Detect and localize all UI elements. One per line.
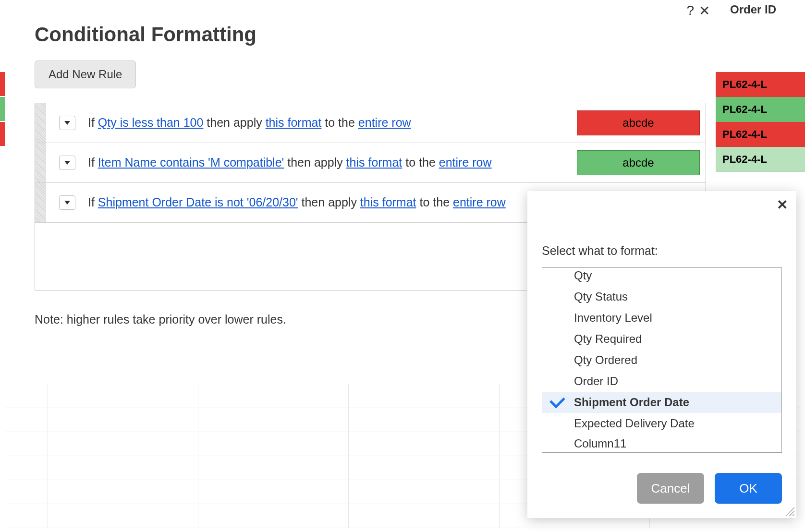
drag-handle-icon[interactable]: [35, 103, 46, 143]
rule-menu-dropdown[interactable]: [59, 156, 75, 170]
list-item[interactable]: Qty Status: [542, 286, 781, 307]
list-item[interactable]: Inventory Level: [542, 307, 781, 328]
add-new-rule-button[interactable]: Add New Rule: [35, 60, 136, 88]
list-item[interactable]: Order ID: [542, 371, 781, 392]
rule-condition-link[interactable]: Shipment Order Date is not '06/20/30': [98, 195, 298, 209]
cancel-button[interactable]: Cancel: [637, 473, 704, 504]
rule-menu-dropdown[interactable]: [59, 116, 75, 130]
help-icon[interactable]: ?: [686, 3, 694, 19]
list-item[interactable]: Qty Ordered: [542, 350, 781, 371]
close-icon[interactable]: ✕: [699, 3, 710, 19]
caret-down-icon: [64, 201, 70, 205]
rule-row: If Item Name contains 'M compatible' the…: [35, 143, 706, 183]
rule-format-link[interactable]: this format: [346, 156, 402, 169]
list-item[interactable]: Qty: [542, 268, 781, 286]
rule-row: If Shipment Order Date is not '06/20/30'…: [35, 183, 549, 223]
caret-down-icon: [64, 161, 70, 165]
select-format-popover: ✕ Select what to format: Qty Qty Status …: [527, 191, 796, 518]
cell-order-id[interactable]: PL62-4-L: [714, 72, 805, 97]
dialog-title: Conditional Formatting: [35, 23, 256, 46]
list-item-selected[interactable]: Shipment Order Date: [542, 392, 781, 413]
drag-handle-icon[interactable]: [35, 143, 46, 182]
rule-format-link[interactable]: this format: [360, 195, 416, 209]
rule-format-link[interactable]: this format: [266, 116, 322, 129]
rule-condition-link[interactable]: Item Name contains 'M compatible': [98, 156, 284, 169]
order-id-cells: PL62-4-L PL62-4-L PL62-4-L PL62-4-L: [714, 72, 805, 172]
ok-button[interactable]: OK: [715, 473, 782, 504]
rule-condition-link[interactable]: Qty is less than 100: [98, 116, 204, 129]
cell-order-id[interactable]: PL62-4-L: [714, 97, 805, 122]
rule-description: If Shipment Order Date is not '06/20/30'…: [88, 189, 549, 217]
rule-scope-link[interactable]: entire row: [439, 156, 492, 169]
rule-row: If Qty is less than 100 then apply this …: [35, 103, 706, 143]
rule-description: If Item Name contains 'M compatible' the…: [88, 149, 577, 177]
drag-handle-icon[interactable]: [35, 183, 46, 222]
cell-order-id[interactable]: PL62-4-L: [714, 147, 805, 172]
list-item[interactable]: Qty Required: [542, 328, 781, 350]
cell-order-id[interactable]: PL62-4-L: [714, 122, 805, 147]
rule-scope-link[interactable]: entire row: [358, 116, 411, 129]
caret-down-icon: [64, 121, 70, 125]
list-item[interactable]: Expected Delivery Date: [542, 413, 781, 434]
popover-label: Select what to format:: [542, 244, 782, 258]
format-target-listbox[interactable]: Qty Qty Status Inventory Level Qty Requi…: [542, 267, 782, 453]
close-icon[interactable]: ✕: [777, 197, 788, 213]
resize-grip-icon[interactable]: [783, 505, 794, 516]
rule-scope-link[interactable]: entire row: [453, 195, 506, 209]
column-header-order-id: Order ID: [730, 3, 776, 16]
list-item[interactable]: Column11: [542, 434, 781, 449]
format-preview-swatch[interactable]: abcde: [577, 110, 700, 135]
format-preview-swatch[interactable]: abcde: [577, 150, 700, 175]
rule-menu-dropdown[interactable]: [59, 195, 75, 210]
rule-description: If Qty is less than 100 then apply this …: [88, 109, 577, 137]
